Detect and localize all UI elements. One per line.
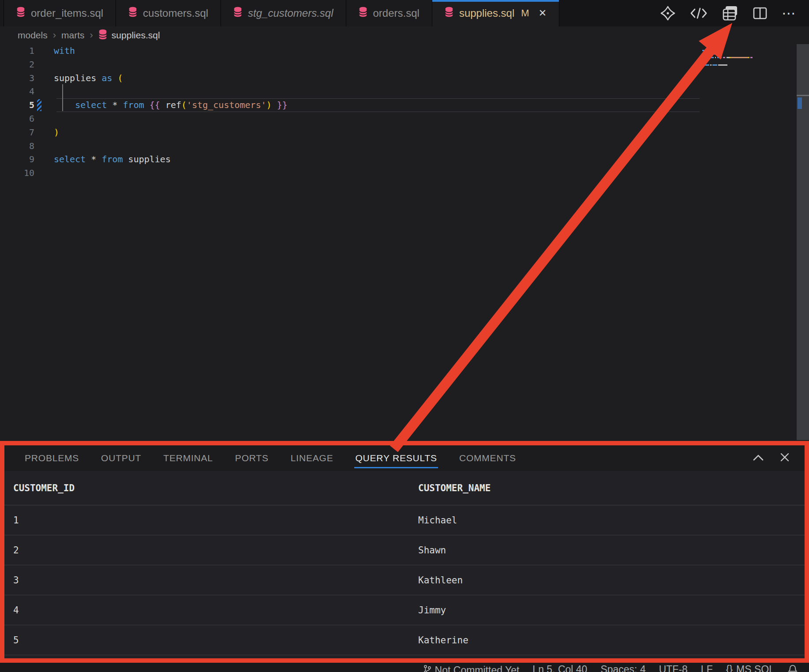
line-number: 1 — [0, 44, 34, 58]
code-line-1[interactable]: 1with — [0, 44, 809, 58]
line-number: 9 — [0, 153, 34, 166]
panel-tab-terminal[interactable]: TERMINAL — [162, 446, 214, 470]
scm-label: Not Committed Yet — [435, 665, 520, 672]
line-number: 6 — [0, 112, 34, 126]
code-text — [34, 58, 54, 71]
panel-tab-query-results[interactable]: QUERY RESULTS — [354, 446, 438, 470]
query-results-table-icon[interactable] — [722, 5, 738, 21]
line-number: 2 — [0, 58, 34, 71]
overview-current-line-marker — [797, 95, 809, 96]
code-text: supplies as ( — [34, 71, 123, 85]
minimap-line — [702, 50, 707, 51]
language-mode[interactable]: {} MS SQL — [726, 664, 775, 672]
source-control-status[interactable]: Not Committed Yet — [423, 664, 520, 672]
code-text — [34, 112, 54, 126]
line-number: 5 — [0, 98, 34, 112]
code-line-6[interactable]: 6 — [0, 112, 809, 126]
line-number: 7 — [0, 126, 34, 139]
indentation-setting[interactable]: Spaces: 4 — [600, 664, 645, 672]
vscode-window: order_items.sqlcustomers.sqlstg_customer… — [0, 0, 809, 672]
table-row[interactable]: 1Michael — [4, 505, 805, 535]
minimap[interactable] — [700, 44, 797, 132]
code-line-2[interactable]: 2 — [0, 58, 809, 71]
table-row[interactable]: 5Katherine — [4, 625, 805, 655]
cell-customer-name: Kathleen — [418, 575, 463, 586]
breadcrumb-file[interactable]: supplies.sql — [98, 29, 160, 42]
close-panel-icon[interactable] — [780, 452, 790, 464]
database-icon — [98, 29, 107, 42]
notifications-bell-icon[interactable] — [788, 664, 798, 672]
minimap-line — [702, 64, 727, 66]
column-header[interactable]: CUSTOMER_ID — [13, 483, 418, 493]
close-tab-icon[interactable]: ✕ — [539, 7, 547, 19]
status-bar: Not Committed Yet Ln 5, Col 40 Spaces: 4… — [0, 663, 809, 672]
bottom-panel: PROBLEMSOUTPUTTERMINALPORTSLINEAGEQUERY … — [4, 445, 805, 658]
code-text: with — [34, 44, 75, 58]
encoding-setting[interactable]: UTF-8 — [659, 664, 688, 672]
gutter-modified-marker — [37, 99, 41, 111]
tab-label: orders.sql — [373, 7, 419, 19]
code-line-5[interactable]: 5 select * from {{ ref('stg_customers') … — [0, 98, 809, 112]
code-line-10[interactable]: 10 — [0, 166, 809, 180]
tab-supplies-sql[interactable]: supplies.sqlM✕ — [432, 0, 559, 26]
line-number: 10 — [0, 166, 34, 180]
query-results-table: CUSTOMER_ID CUSTOMER_NAME 1Michael2Shawn… — [4, 471, 805, 658]
code-editor[interactable]: 1with23supplies as (45 select * from {{ … — [0, 44, 809, 441]
column-header[interactable]: CUSTOMER_NAME — [418, 483, 491, 493]
breadcrumb-folder[interactable]: models — [18, 30, 48, 41]
panel-tab-problems[interactable]: PROBLEMS — [24, 446, 80, 470]
table-header-row: CUSTOMER_ID CUSTOMER_NAME — [4, 471, 805, 505]
modified-badge: M — [521, 7, 529, 19]
tabbar-left-strip — [0, 0, 4, 26]
code-text: select * from {{ ref('stg_customers') }} — [34, 98, 288, 112]
cell-customer-id: 2 — [13, 545, 418, 556]
database-icon — [359, 7, 367, 20]
cell-customer-name: Shawn — [418, 545, 446, 556]
code-line-4[interactable]: 4 — [0, 85, 809, 98]
dbt-icon[interactable] — [660, 5, 676, 21]
line-number: 3 — [0, 71, 34, 85]
minimap-modified-marker — [700, 56, 702, 60]
code-line-3[interactable]: 3supplies as ( — [0, 71, 809, 85]
tab-customers-sql[interactable]: customers.sql — [116, 0, 221, 26]
breadcrumb-file-label: supplies.sql — [112, 30, 160, 41]
scrollbar[interactable] — [797, 44, 809, 440]
more-actions-icon[interactable]: ⋯ — [782, 9, 797, 18]
tab-label: order_items.sql — [31, 7, 103, 19]
database-icon — [16, 7, 25, 20]
cell-customer-name: Michael — [418, 515, 457, 526]
table-row[interactable]: 3Kathleen — [4, 565, 805, 595]
cell-customer-id: 5 — [13, 635, 418, 646]
tab-order_items-sql[interactable]: order_items.sql — [4, 0, 116, 26]
panel-tab-ports[interactable]: PORTS — [234, 446, 270, 470]
breadcrumb-folder[interactable]: marts — [61, 30, 85, 41]
code-line-8[interactable]: 8 — [0, 139, 809, 153]
database-icon — [445, 7, 453, 20]
panel-tab-output[interactable]: OUTPUT — [100, 446, 142, 470]
code-line-7[interactable]: 7) — [0, 126, 809, 139]
cell-customer-id: 3 — [13, 575, 418, 586]
language-label: MS SQL — [736, 664, 775, 672]
overview-modified-marker — [798, 97, 802, 109]
line-number: 8 — [0, 139, 34, 153]
code-line-9[interactable]: 9select * from supplies — [0, 153, 809, 166]
eol-setting[interactable]: LF — [701, 664, 713, 672]
panel-tab-lineage[interactable]: LINEAGE — [290, 446, 334, 470]
line-number: 4 — [0, 85, 34, 98]
chevron-right-icon: › — [90, 30, 93, 41]
minimap-line — [702, 57, 753, 58]
split-editor-icon[interactable] — [753, 7, 768, 20]
table-row[interactable]: 4Jimmy — [4, 595, 805, 625]
table-row[interactable]: 2Shawn — [4, 535, 805, 565]
compile-code-icon[interactable] — [690, 7, 708, 20]
database-icon — [128, 7, 137, 20]
cursor-position[interactable]: Ln 5, Col 40 — [532, 664, 587, 672]
panel-tab-comments[interactable]: COMMENTS — [458, 446, 517, 470]
code-text: ) — [34, 126, 59, 139]
tab-stg_customers-sql[interactable]: stg_customers.sql — [221, 0, 346, 26]
tab-orders-sql[interactable]: orders.sql — [346, 0, 432, 26]
braces-icon: {} — [726, 664, 733, 672]
maximize-panel-chevron-icon[interactable] — [753, 453, 764, 463]
code-text: select * from supplies — [34, 153, 171, 166]
cell-customer-name: Katherine — [418, 635, 468, 646]
